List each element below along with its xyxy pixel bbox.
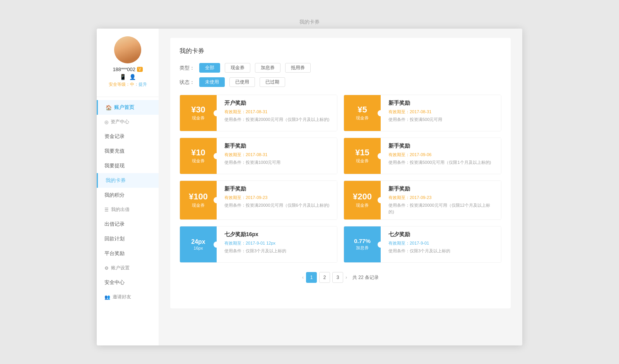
coupon-expire: 有效期至：2017-08-31 xyxy=(388,109,495,115)
coupon-card: ¥5 现金券 新手奖励 有效期至：2017-08-31 使用条件：投资满500元… xyxy=(344,95,501,131)
coupon-expire: 有效期至：2017-9-01 12px xyxy=(224,240,331,246)
coupon-name: 新手奖励 xyxy=(388,185,495,192)
sidebar-item-invite-header[interactable]: 👥 邀请好友 xyxy=(97,290,159,304)
assets-icon: ◎ xyxy=(104,119,108,125)
coupon-notch xyxy=(378,110,384,116)
filter-used[interactable]: 已使用 xyxy=(229,77,255,87)
coupon-left: ¥200 现金券 xyxy=(344,181,381,219)
pagination: ‹ 1 2 3 › 共 22 条记录 xyxy=(180,272,501,283)
coupon-right: 开户奖励 有效期至：2017-08-31 使用条件：投资满20000元可用（仅限… xyxy=(217,95,337,131)
sidebar-item-home[interactable]: 🏠 账户首页 xyxy=(97,100,159,115)
user-phone: 188***002 V xyxy=(113,66,142,72)
main-content: 我的卡券 类型： 全部 现金券 加息券 抵用券 状态： 未使用 已使用 已过期 xyxy=(159,29,522,345)
filter-bonus[interactable]: 加息券 xyxy=(255,63,280,73)
page-btn-3[interactable]: 3 xyxy=(332,272,343,283)
filter-expired[interactable]: 已过期 xyxy=(260,77,285,87)
coupon-card: ¥10 现金券 新手奖励 有效期至：2017-08-31 使用条件：投资满100… xyxy=(180,138,337,174)
coupon-right: 新手奖励 有效期至：2017-09-23 使用条件：投资满20000元可用（仅限… xyxy=(217,181,337,219)
coupon-condition: 使用条件：投资满20000元可用（仅限6个月及以上标的) xyxy=(224,202,331,209)
sidebar-item-coupons[interactable]: 我的卡券 xyxy=(97,173,159,188)
coupon-notch xyxy=(378,242,384,248)
coupon-grid: ¥30 现金券 开户奖励 有效期至：2017-08-31 使用条件：投资满200… xyxy=(180,95,501,263)
settings-icon: ⚙ xyxy=(104,265,109,271)
coupon-left: ¥30 现金券 xyxy=(180,95,217,131)
avatar-area: 188***002 V 📱 👤 安全等级：中：提升 xyxy=(109,36,147,87)
page-btn-2[interactable]: 2 xyxy=(319,272,330,283)
coupon-name: 七夕奖励 xyxy=(388,231,495,238)
coupon-amount: ¥10 xyxy=(191,148,205,157)
coupon-amount: 24px xyxy=(191,238,205,245)
page-total: 共 22 条记录 xyxy=(352,274,379,281)
user-icons: 📱 👤 xyxy=(120,74,136,80)
coupon-type: 16px xyxy=(194,246,203,250)
coupon-notch xyxy=(378,153,384,159)
security-level: 安全等级：中：提升 xyxy=(109,82,147,87)
sidebar-item-account-header: ⚙ 账户设置 xyxy=(97,261,159,275)
sidebar-divider xyxy=(97,97,159,97)
coupon-type: 现金券 xyxy=(356,115,369,121)
coupon-right: 新手奖励 有效期至：2017-09-06 使用条件：投资满5000元可用（仅限1… xyxy=(381,138,501,174)
avatar xyxy=(114,36,141,63)
invite-icon: 👥 xyxy=(104,294,110,300)
coupon-card: ¥15 现金券 新手奖励 有效期至：2017-09-06 使用条件：投资满500… xyxy=(344,138,501,174)
coupon-amount: ¥30 xyxy=(191,105,205,114)
page-btn-1[interactable]: 1 xyxy=(306,272,317,283)
sidebar-item-withdraw[interactable]: 我要提现 xyxy=(97,158,159,173)
next-arrow[interactable]: › xyxy=(345,275,347,280)
main-title: 我的卡券 xyxy=(180,47,501,55)
sidebar-item-reward[interactable]: 平台奖励 xyxy=(97,246,159,261)
coupon-type: 现金券 xyxy=(356,202,369,208)
coupon-card: 24px 16px 七夕奖励16px 有效期至：2017-9-01 12px 使… xyxy=(180,226,337,263)
coupon-notch xyxy=(378,197,384,203)
coupon-expire: 有效期至：2017-09-23 xyxy=(388,195,495,201)
sidebar-item-repay[interactable]: 回款计划 xyxy=(97,231,159,246)
coupon-expire: 有效期至：2017-08-31 xyxy=(224,152,331,158)
filter-unused[interactable]: 未使用 xyxy=(199,77,225,87)
coupon-card: ¥100 现金券 新手奖励 有效期至：2017-09-23 使用条件：投资满20… xyxy=(180,180,337,220)
coupon-name: 新手奖励 xyxy=(224,143,331,150)
coupon-type: 现金券 xyxy=(192,115,205,121)
coupon-condition: 使用条件：投资满20000元可用（仅限3个月及以上标的) xyxy=(224,116,331,123)
coupon-condition: 使用条件：投资满1000元可用 xyxy=(224,159,331,166)
filter-deduct[interactable]: 抵用券 xyxy=(285,63,311,73)
coupon-notch xyxy=(214,197,220,203)
coupon-amount: ¥15 xyxy=(355,148,369,157)
coupon-amount: ¥200 xyxy=(353,192,372,201)
status-label: 状态： xyxy=(180,79,195,86)
coupon-left: ¥5 现金券 xyxy=(344,95,381,131)
coupon-condition: 使用条件：仅限3个月及以上标的 xyxy=(224,248,331,254)
filter-cash[interactable]: 现金券 xyxy=(225,63,250,73)
coupon-card: 0.77% 加息券 七夕奖励 有效期至：2017-9-01 使用条件：仅限3个月… xyxy=(344,226,501,263)
coupon-left: 0.77% 加息券 xyxy=(344,226,381,262)
coupon-condition: 使用条件：投资满20000元可用（仅限12个月及以上标的) xyxy=(388,202,495,215)
coupon-right: 新手奖励 有效期至：2017-09-23 使用条件：投资满20000元可用（仅限… xyxy=(381,181,501,219)
sidebar-item-records[interactable]: 资金记录 xyxy=(97,129,159,144)
sidebar-item-security[interactable]: 安全中心 xyxy=(97,275,159,290)
coupon-right: 新手奖励 有效期至：2017-08-31 使用条件：投资满1000元可用 xyxy=(217,138,337,174)
main-window: 188***002 V 📱 👤 安全等级：中：提升 🏠 账户首页 xyxy=(97,29,522,345)
sidebar-item-lend-records[interactable]: 出借记录 xyxy=(97,217,159,231)
category-filter: 类型： 全部 现金券 加息券 抵用券 xyxy=(180,63,501,73)
coupon-type: 加息券 xyxy=(356,245,369,251)
coupon-left: ¥15 现金券 xyxy=(344,138,381,174)
avatar-image xyxy=(114,36,141,63)
coupon-name: 开户奖励 xyxy=(224,100,331,107)
coupon-amount: ¥5 xyxy=(357,105,367,114)
filter-all[interactable]: 全部 xyxy=(199,63,220,73)
category-label: 类型： xyxy=(180,65,195,71)
coupon-notch xyxy=(214,153,220,159)
coupon-name: 新手奖励 xyxy=(224,185,331,192)
coupon-type: 现金券 xyxy=(356,158,369,164)
coupon-name: 七夕奖励16px xyxy=(224,231,331,238)
coupon-expire: 有效期至：2017-08-31 xyxy=(224,109,331,115)
prev-arrow[interactable]: ‹ xyxy=(302,275,304,280)
sidebar-nav: 🏠 账户首页 ◎ 资产中心 资金记录 我要充值 我要提现 我的卡券 xyxy=(97,100,159,304)
coupon-left: ¥10 现金券 xyxy=(180,138,217,174)
coupon-type: 现金券 xyxy=(192,158,205,164)
sidebar-item-points[interactable]: 我的积分 xyxy=(97,188,159,202)
sidebar-item-lending-header: ☰ 我的出借 xyxy=(97,202,159,217)
sidebar-item-recharge[interactable]: 我要充值 xyxy=(97,144,159,158)
coupon-amount: 0.77% xyxy=(354,238,371,245)
coupon-right: 新手奖励 有效期至：2017-08-31 使用条件：投资满500元可用 xyxy=(381,95,501,131)
coupon-condition: 使用条件：投资满5000元可用（仅限1个月及以上标的) xyxy=(388,159,495,166)
